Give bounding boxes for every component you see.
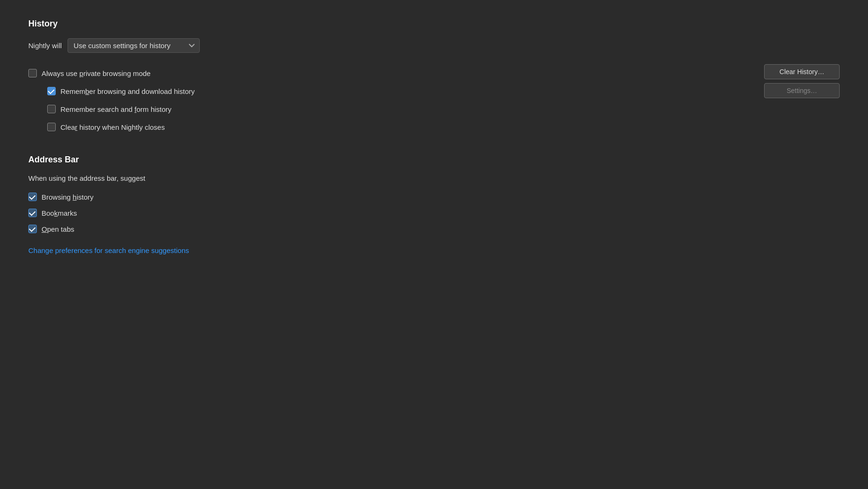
always-private-row[interactable]: Always use private browsing mode (28, 64, 195, 82)
history-buttons: Clear History… Settings… (764, 64, 840, 98)
change-prefs-link[interactable]: Change preferences for search engine sug… (28, 246, 189, 254)
address-bar-title: Address Bar (28, 155, 840, 165)
history-section: History Nightly will Remember historyNev… (28, 19, 840, 136)
history-options-area: Always use private browsing mode Remembe… (28, 64, 840, 136)
history-title: History (28, 19, 840, 29)
remember-search-checkbox[interactable] (47, 105, 56, 113)
bookmarks-checkbox[interactable] (28, 209, 37, 217)
history-checkboxes: Always use private browsing mode Remembe… (28, 64, 195, 136)
clear-on-close-label: Clear history when Nightly closes (60, 123, 165, 131)
nightly-will-label: Nightly will (28, 42, 62, 50)
history-will-row: Nightly will Remember historyNever remem… (28, 38, 840, 53)
remember-search-label: Remember search and form history (60, 105, 171, 113)
history-mode-select[interactable]: Remember historyNever remember historyUs… (68, 38, 200, 53)
bookmarks-row[interactable]: Bookmarks (28, 205, 840, 221)
bookmarks-label: Bookmarks (42, 209, 77, 217)
remember-search-row[interactable]: Remember search and form history (28, 100, 195, 118)
remember-browsing-row[interactable]: Remember browsing and download history (28, 82, 195, 100)
address-bar-section: Address Bar When using the address bar, … (28, 155, 840, 254)
open-tabs-row[interactable]: Open tabs (28, 221, 840, 237)
clear-on-close-row[interactable]: Clear history when Nightly closes (28, 118, 195, 136)
settings-button[interactable]: Settings… (764, 83, 840, 98)
open-tabs-checkbox[interactable] (28, 225, 37, 233)
clear-history-button[interactable]: Clear History… (764, 64, 840, 79)
address-bar-checkboxes: Browsing history Bookmarks Open tabs (28, 189, 840, 237)
clear-on-close-checkbox[interactable] (47, 123, 56, 131)
open-tabs-label: Open tabs (42, 225, 74, 233)
always-private-checkbox[interactable] (28, 69, 37, 77)
suggest-label: When using the address bar, suggest (28, 174, 840, 182)
browsing-history-checkbox[interactable] (28, 193, 37, 201)
browsing-history-label: Browsing history (42, 193, 94, 201)
remember-browsing-checkbox[interactable] (47, 87, 56, 95)
always-private-label: Always use private browsing mode (42, 69, 151, 77)
remember-browsing-label: Remember browsing and download history (60, 87, 195, 95)
browsing-history-row[interactable]: Browsing history (28, 189, 840, 205)
